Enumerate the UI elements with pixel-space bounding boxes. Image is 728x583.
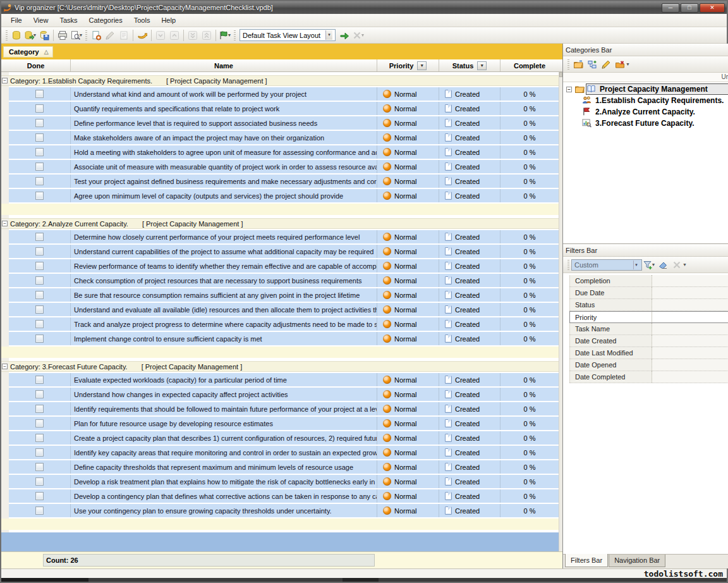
task-row[interactable]: Track and analyze project progress to de… [9, 317, 559, 331]
menu-help[interactable]: Help [155, 15, 181, 25]
new-subcategory-button[interactable] [585, 58, 599, 71]
task-row[interactable]: Develop a risk treatment plan that expla… [9, 475, 559, 488]
task-checkbox[interactable] [35, 506, 44, 515]
save-database-button[interactable] [37, 28, 51, 42]
filter-row-task-name[interactable]: Task Name [569, 323, 728, 335]
task-checkbox[interactable] [35, 419, 44, 427]
filter-row-completion[interactable]: Completion▼ [569, 275, 728, 287]
move-down-button[interactable] [154, 28, 167, 42]
combo-dropdown-icon[interactable]: ▼ [633, 261, 639, 269]
task-row[interactable]: Evaluate expected workloads (capacity) f… [9, 373, 559, 386]
filter-value[interactable] [652, 312, 728, 322]
move-up-button[interactable] [167, 28, 181, 42]
menu-tools[interactable]: Tools [128, 15, 156, 25]
task-checkbox[interactable] [35, 247, 44, 255]
filter-row-date-completed[interactable]: Date Completed▼ [569, 371, 728, 383]
collapse-expander-icon[interactable]: − [2, 364, 8, 369]
task-row[interactable]: Implement change control to ensure suffi… [9, 332, 559, 345]
task-row[interactable]: Quantify requirements and specifications… [9, 102, 559, 115]
filter-row-date-opened[interactable]: Date Opened▼ [569, 359, 728, 371]
delete-layout-button[interactable]: ▼ [351, 28, 365, 42]
scrollbar-thumb[interactable] [559, 72, 562, 77]
task-checkbox[interactable] [35, 448, 44, 457]
filter-preset-combo[interactable]: Custom ▼ [571, 259, 642, 271]
priority-filter-dropdown[interactable]: ▼ [417, 61, 427, 70]
task-row[interactable]: Test your project against defined busine… [9, 175, 559, 188]
task-checkbox[interactable] [35, 334, 44, 343]
task-row[interactable]: Understand current capabilities of the p… [9, 245, 559, 258]
task-checkbox[interactable] [35, 492, 44, 500]
complete-task-button[interactable] [135, 28, 149, 42]
print-preview-button[interactable]: ▼ [70, 28, 83, 42]
task-checkbox[interactable] [35, 477, 44, 486]
task-checkbox[interactable] [35, 376, 44, 384]
column-header-complete[interactable]: Complete [500, 59, 559, 71]
combo-dropdown-icon[interactable]: ▼ [325, 30, 332, 40]
task-row[interactable]: Determine how closely current performanc… [9, 230, 559, 243]
menu-file[interactable]: File [5, 15, 28, 25]
task-checkbox[interactable] [35, 276, 44, 285]
task-checkbox[interactable] [35, 390, 44, 398]
minimize-button[interactable]: ─ [662, 3, 679, 13]
task-checkbox[interactable] [35, 90, 44, 98]
move-bottom-button[interactable] [186, 28, 200, 42]
edit-task-button[interactable] [103, 28, 117, 42]
filter-row-priority[interactable]: Priority▼ [569, 311, 728, 323]
task-row[interactable]: Plan for future resource usage by develo… [9, 417, 559, 430]
task-row[interactable]: Create a project capacity plan that desc… [9, 431, 559, 445]
apply-filter-button[interactable]: ▼ [642, 258, 656, 271]
filter-value[interactable] [652, 275, 728, 286]
open-database-button[interactable]: ▼ [23, 28, 37, 42]
collapse-expander-icon[interactable]: − [566, 87, 572, 92]
menu-tasks[interactable]: Tasks [54, 15, 83, 25]
clear-filter-button[interactable] [656, 258, 670, 271]
task-checkbox[interactable] [35, 133, 44, 142]
apply-layout-button[interactable] [337, 28, 351, 42]
task-checkbox[interactable] [35, 192, 44, 200]
status-filter-dropdown[interactable]: ▼ [477, 61, 487, 70]
move-top-button[interactable] [200, 28, 214, 42]
task-checkbox[interactable] [35, 434, 44, 442]
task-row[interactable]: Define performance level that is require… [9, 116, 559, 130]
delete-filter-button[interactable] [670, 258, 684, 271]
task-checkbox[interactable] [35, 104, 44, 113]
task-row[interactable]: Define capacity thresholds that represen… [9, 460, 559, 474]
menu-view[interactable]: View [28, 15, 54, 25]
assign-resource-button[interactable]: ▼ [218, 28, 232, 42]
task-checkbox[interactable] [35, 262, 44, 270]
filter-value[interactable] [652, 335, 728, 347]
task-row[interactable]: Identify key capacity areas that require… [9, 446, 559, 459]
filter-value[interactable] [652, 347, 728, 359]
task-checkbox[interactable] [35, 233, 44, 241]
filter-value[interactable] [652, 299, 728, 310]
maximize-button[interactable]: □ [681, 3, 698, 13]
filter-row-date-created[interactable]: Date Created▼ [569, 335, 728, 347]
column-header-done[interactable]: Done [1, 59, 71, 71]
task-row[interactable]: Understand and evaluate all available (i… [9, 303, 559, 316]
task-checkbox[interactable] [35, 119, 44, 127]
tree-root-row[interactable]: −Project Capacity Management2626 [563, 83, 728, 95]
task-row[interactable]: Identify requirements that should be fol… [9, 402, 559, 415]
print-button[interactable] [56, 28, 70, 42]
filter-value[interactable] [652, 287, 728, 298]
column-header-status[interactable]: Status▼ [439, 59, 500, 71]
undone-column-header[interactable]: UnD... [721, 73, 728, 82]
task-checkbox[interactable] [35, 463, 44, 471]
filter-row-date-last-modified[interactable]: Date Last Modified▼ [569, 347, 728, 359]
task-row[interactable]: Make stakeholders aware of an impact the… [9, 131, 559, 144]
close-button[interactable]: ✕ [700, 3, 725, 13]
task-checkbox[interactable] [35, 305, 44, 314]
task-row[interactable]: Associate unit of measure with measurabl… [9, 160, 559, 173]
column-header-name[interactable]: Name [71, 59, 377, 71]
tree-category-row[interactable]: 3.Forecast Future Capacity.1010 [563, 118, 728, 129]
tree-category-row[interactable]: 1.Establish Capacity Requirements.88 [563, 95, 728, 106]
collapse-expander-icon[interactable]: − [2, 221, 8, 226]
layout-combo[interactable]: Default Task View Layout ▼ [240, 29, 336, 41]
task-row[interactable]: Hold a meeting with stakeholders to agre… [9, 145, 559, 159]
task-row[interactable]: Agree upon minimum level of capacity (ou… [9, 189, 559, 202]
add-task-button[interactable] [89, 28, 103, 42]
task-row[interactable]: Check consumption of project resources t… [9, 274, 559, 287]
edit-category-button[interactable] [599, 58, 613, 71]
tab-navigation-bar[interactable]: Navigation Bar [609, 555, 665, 567]
task-checkbox[interactable] [35, 177, 44, 185]
